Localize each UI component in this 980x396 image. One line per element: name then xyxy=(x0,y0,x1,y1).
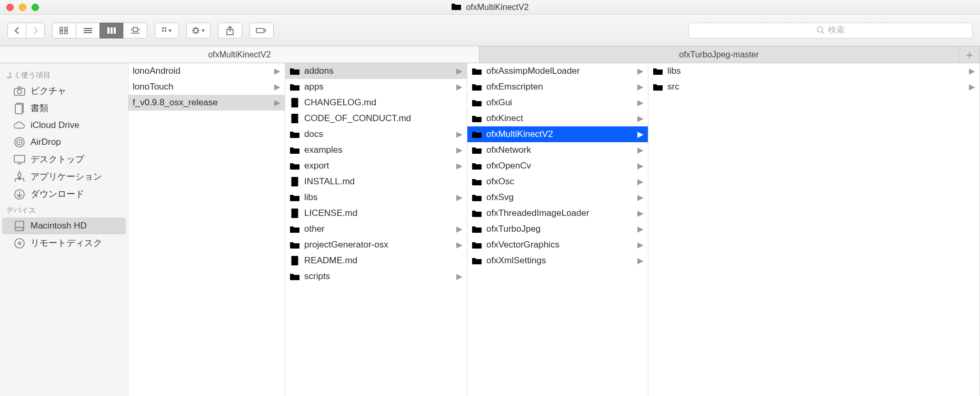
sidebar-item[interactable]: 書類 xyxy=(2,100,126,117)
file-label: src xyxy=(667,82,965,92)
arrange-button[interactable] xyxy=(155,23,179,38)
sidebar-item[interactable]: AirDrop xyxy=(2,134,126,151)
chevron-right-icon: ▶ xyxy=(637,209,644,218)
file-row[interactable]: docs▶ xyxy=(285,126,467,142)
svg-rect-45 xyxy=(14,155,25,162)
file-label: INSTALL.md xyxy=(304,176,463,187)
icon-view-button[interactable] xyxy=(52,23,76,38)
file-row[interactable]: projectGenerator-osx▶ xyxy=(285,237,467,253)
zoom-window-button[interactable] xyxy=(32,4,39,11)
forward-button[interactable] xyxy=(26,23,45,38)
folder-icon xyxy=(289,271,300,282)
new-tab-button[interactable]: ＋ xyxy=(959,46,980,63)
file-row[interactable]: scripts▶ xyxy=(285,269,467,284)
file-row[interactable]: ofxGui▶ xyxy=(467,95,648,111)
folder-icon xyxy=(472,66,482,76)
file-row[interactable]: ofxAssimpModelLoader▶ xyxy=(467,63,648,79)
file-row[interactable]: lonoTouch▶ xyxy=(128,79,285,95)
file-row[interactable]: libs▶ xyxy=(285,190,467,205)
svg-rect-13 xyxy=(107,27,109,34)
file-row[interactable]: examples▶ xyxy=(285,142,467,158)
document-icon xyxy=(289,208,300,219)
sidebar-item[interactable]: ピクチャ xyxy=(2,82,126,100)
svg-rect-9 xyxy=(65,31,67,34)
svg-line-29 xyxy=(193,28,194,29)
chevron-right-icon: ▶ xyxy=(456,82,463,92)
doc-icon xyxy=(14,103,25,114)
folder-icon xyxy=(472,97,482,108)
folder-icon xyxy=(472,255,482,266)
file-label: ofxTurboJpeg xyxy=(486,224,633,234)
file-label: export xyxy=(304,161,452,171)
file-row[interactable]: f_v0.9.8_osx_release▶ xyxy=(128,95,285,111)
file-row[interactable]: CODE_OF_CONDUCT.md xyxy=(285,111,467,126)
file-row[interactable]: ofxEmscripten▶ xyxy=(467,79,648,95)
chevron-right-icon: ▶ xyxy=(456,224,463,234)
minimize-window-button[interactable] xyxy=(19,4,26,11)
file-row[interactable]: ofxSvg▶ xyxy=(467,190,648,205)
file-row[interactable]: ofxThreadedImageLoader▶ xyxy=(467,205,648,221)
file-row[interactable]: export▶ xyxy=(285,158,467,174)
chevron-right-icon: ▶ xyxy=(637,114,644,123)
chevron-right-icon: ▶ xyxy=(969,66,975,76)
coverflow-view-button[interactable] xyxy=(123,23,147,38)
file-row[interactable]: ofxKinect▶ xyxy=(467,111,648,126)
nav-buttons xyxy=(7,23,45,38)
chevron-right-icon: ▶ xyxy=(456,145,463,155)
file-label: projectGenerator-osx xyxy=(304,240,452,250)
chevron-right-icon: ▶ xyxy=(456,193,463,202)
file-row[interactable]: LICENSE.md xyxy=(285,205,467,221)
file-label: CODE_OF_CONDUCT.md xyxy=(304,113,463,124)
file-row[interactable]: other▶ xyxy=(285,221,467,237)
sidebar-item[interactable]: デスクトップ xyxy=(2,151,126,168)
search-field[interactable]: 検索 xyxy=(688,23,973,38)
file-row[interactable]: lonoAndroid▶ xyxy=(128,63,285,79)
action-button[interactable] xyxy=(186,23,211,38)
file-row[interactable]: ofxMultiKinectV2▶ xyxy=(467,126,648,142)
chevron-right-icon: ▶ xyxy=(456,161,463,171)
svg-rect-6 xyxy=(60,27,63,30)
folder-icon xyxy=(472,224,482,234)
file-label: ofxMultiKinectV2 xyxy=(486,129,633,140)
file-label: ofxAssimpModelLoader xyxy=(486,66,633,76)
sidebar-item[interactable]: ダウンロード xyxy=(2,185,126,203)
chevron-right-icon: ▶ xyxy=(637,240,644,250)
sidebar-item[interactable]: アプリケーション xyxy=(2,168,126,185)
list-view-button[interactable] xyxy=(76,23,100,38)
folder-icon xyxy=(451,2,462,13)
svg-point-53 xyxy=(22,229,23,230)
file-row[interactable]: libs▶ xyxy=(648,63,979,79)
file-row[interactable]: apps▶ xyxy=(285,79,467,95)
sidebar-item[interactable]: リモートディスク xyxy=(2,234,126,252)
file-label: ofxOsc xyxy=(486,176,633,187)
file-row[interactable]: CHANGELOG.md xyxy=(285,95,467,111)
file-label: ofxEmscripten xyxy=(486,82,633,92)
close-window-button[interactable] xyxy=(6,4,14,11)
titlebar: ofxMultiKinectV2 xyxy=(0,0,980,15)
chevron-right-icon: ▶ xyxy=(637,130,644,139)
file-row[interactable]: README.md xyxy=(285,253,467,269)
disc-icon xyxy=(14,237,25,249)
file-label: libs xyxy=(304,192,452,203)
file-row[interactable]: addons▶ xyxy=(285,63,467,79)
folder-icon xyxy=(472,129,482,140)
tab-1[interactable]: ofxTurboJpeg-master xyxy=(479,46,959,63)
file-row[interactable]: ofxTurboJpeg▶ xyxy=(467,221,648,237)
tab-0[interactable]: ofxMultiKinectV2 xyxy=(0,46,479,63)
tags-button[interactable] xyxy=(249,23,274,38)
file-row[interactable]: ofxNetwork▶ xyxy=(467,142,648,158)
sidebar-item[interactable]: Macintosh HD xyxy=(2,217,126,234)
share-button[interactable] xyxy=(218,23,242,38)
back-button[interactable] xyxy=(7,23,26,38)
file-row[interactable]: ofxOsc▶ xyxy=(467,174,648,190)
column-view-button[interactable] xyxy=(99,23,124,38)
sidebar-item-label: ピクチャ xyxy=(31,85,66,97)
sidebar-item[interactable]: iCloud Drive xyxy=(2,117,126,134)
file-row[interactable]: ofxVectorGraphics▶ xyxy=(467,237,648,253)
file-row[interactable]: ofxXmlSettings▶ xyxy=(467,253,648,269)
svg-rect-20 xyxy=(162,27,164,29)
file-row[interactable]: src▶ xyxy=(648,79,979,95)
file-row[interactable]: ofxOpenCv▶ xyxy=(467,158,648,174)
file-row[interactable]: INSTALL.md xyxy=(285,174,467,190)
chevron-right-icon: ▶ xyxy=(456,272,463,281)
